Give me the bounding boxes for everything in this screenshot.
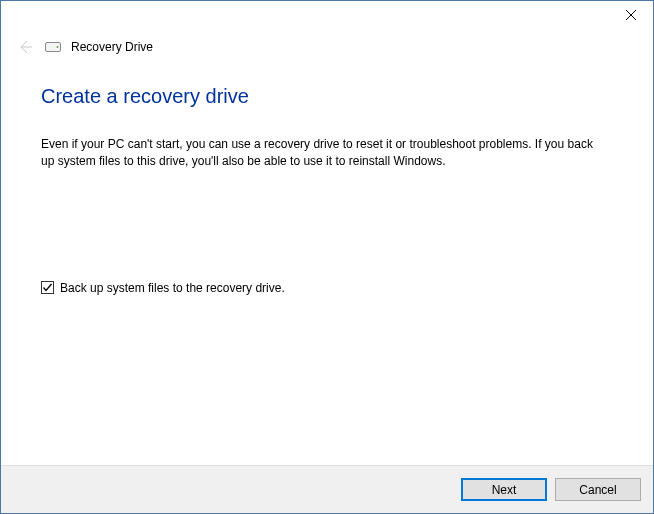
close-icon — [626, 10, 636, 20]
titlebar — [1, 1, 653, 31]
page-description: Even if your PC can't start, you can use… — [41, 136, 601, 171]
close-button[interactable] — [608, 1, 653, 29]
next-button[interactable]: Next — [461, 478, 547, 501]
content-area: Create a recovery drive Even if your PC … — [1, 57, 653, 465]
window-label: Recovery Drive — [71, 40, 153, 54]
backup-checkbox-label: Back up system files to the recovery dri… — [60, 281, 285, 295]
header-row: Recovery Drive — [1, 31, 653, 57]
backup-checkbox-row[interactable]: Back up system files to the recovery dri… — [41, 281, 613, 295]
page-title: Create a recovery drive — [41, 85, 613, 108]
recovery-drive-wizard: Recovery Drive Create a recovery drive E… — [0, 0, 654, 514]
checkmark-icon — [42, 282, 53, 293]
drive-icon — [45, 41, 61, 53]
backup-checkbox[interactable] — [41, 281, 54, 294]
cancel-button[interactable]: Cancel — [555, 478, 641, 501]
footer: Next Cancel — [1, 465, 653, 513]
back-arrow-icon — [17, 39, 33, 55]
svg-point-4 — [57, 46, 59, 48]
back-button — [15, 37, 35, 57]
